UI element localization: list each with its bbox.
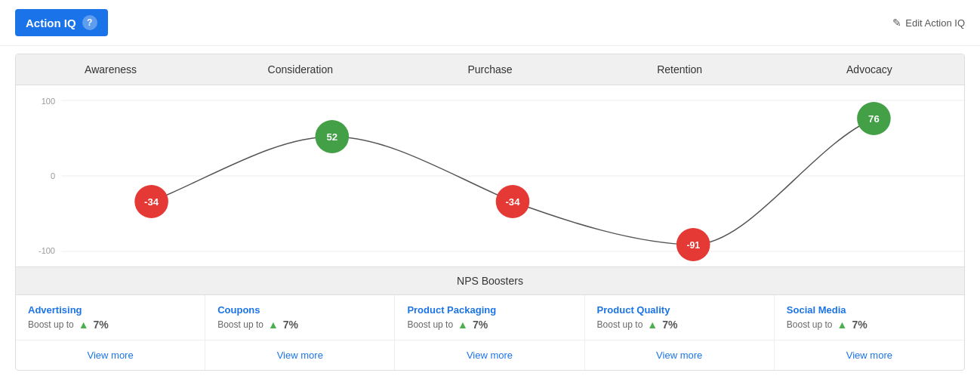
nps-boosters-header: NPS Boosters <box>16 266 964 294</box>
edit-icon: ✎ <box>892 17 901 29</box>
boost-row-advertising: Boost up to ▲ 7% <box>28 319 193 331</box>
value-purchase: -34 <box>505 196 520 208</box>
value-retention: -91 <box>686 240 700 251</box>
y-label-neg100: -100 <box>16 246 61 255</box>
booster-coupons: Coupons Boost up to ▲ 7% <box>205 295 395 340</box>
stage-retention: Retention <box>585 54 775 85</box>
stage-awareness: Awareness <box>16 54 205 85</box>
boosters-grid: Advertising Boost up to ▲ 7% Coupons Boo… <box>16 294 964 340</box>
value-awareness: -34 <box>144 196 159 208</box>
booster-product-packaging: Product Packaging Boost up to ▲ 7% <box>395 295 584 340</box>
boost-label-coupons: Boost up to <box>217 319 263 330</box>
y-label-0: 0 <box>16 171 61 180</box>
boost-arrow-coupons: ▲ <box>268 319 279 331</box>
booster-name-product-packaging: Product Packaging <box>407 304 572 316</box>
y-label-100: 100 <box>16 97 61 106</box>
booster-advertising: Advertising Boost up to ▲ 7% <box>16 295 205 340</box>
chart-svg: -34 52 -34 -91 76 <box>61 85 964 266</box>
boost-value-social-media: 7% <box>852 319 867 331</box>
boost-row-social-media: Boost up to ▲ 7% <box>787 319 952 331</box>
view-more-row: View more View more View more View more … <box>16 340 964 370</box>
stage-purchase: Purchase <box>395 54 584 85</box>
boost-value-coupons: 7% <box>283 319 298 331</box>
boost-label-advertising: Boost up to <box>28 319 74 330</box>
view-more-link-awareness[interactable]: View more <box>88 350 134 361</box>
nps-boosters-label: NPS Boosters <box>457 275 523 287</box>
booster-name-coupons: Coupons <box>217 304 382 316</box>
booster-social-media: Social Media Boost up to ▲ 7% <box>775 295 964 340</box>
boost-value-product-packaging: 7% <box>473 319 488 331</box>
boost-label-product-quality: Boost up to <box>597 319 643 330</box>
help-icon[interactable]: ? <box>82 15 97 30</box>
boost-arrow-advertising: ▲ <box>79 319 89 331</box>
view-more-purchase[interactable]: View more <box>395 340 584 370</box>
value-consideration: 52 <box>326 131 337 143</box>
stage-consideration: Consideration <box>205 54 395 85</box>
stage-headers: Awareness Consideration Purchase Retenti… <box>16 54 964 85</box>
action-iq-label: Action IQ <box>26 17 76 29</box>
boost-value-product-quality: 7% <box>662 319 677 331</box>
boost-row-product-packaging: Boost up to ▲ 7% <box>407 319 572 331</box>
header: Action IQ ? ✎ Edit Action IQ <box>0 0 980 46</box>
view-more-link-advocacy[interactable]: View more <box>846 350 892 361</box>
booster-product-quality: Product Quality Boost up to ▲ 7% <box>585 295 775 340</box>
boost-row-coupons: Boost up to ▲ 7% <box>217 319 382 331</box>
booster-name-product-quality: Product Quality <box>597 304 762 316</box>
view-more-link-consideration[interactable]: View more <box>277 350 323 361</box>
action-iq-button[interactable]: Action IQ ? <box>15 9 108 36</box>
booster-name-social-media: Social Media <box>787 304 952 316</box>
stage-advocacy: Advocacy <box>775 54 964 85</box>
view-more-link-purchase[interactable]: View more <box>467 350 513 361</box>
boost-label-product-packaging: Boost up to <box>407 319 453 330</box>
boost-arrow-product-quality: ▲ <box>647 319 658 331</box>
edit-label: Edit Action IQ <box>905 17 965 29</box>
view-more-advocacy[interactable]: View more <box>775 340 964 370</box>
chart-wrapper: Awareness Consideration Purchase Retenti… <box>15 54 965 371</box>
view-more-retention[interactable]: View more <box>585 340 775 370</box>
boost-row-product-quality: Boost up to ▲ 7% <box>597 319 762 331</box>
boost-label-social-media: Boost up to <box>787 319 833 330</box>
view-more-consideration[interactable]: View more <box>205 340 395 370</box>
view-more-link-retention[interactable]: View more <box>656 350 702 361</box>
boost-arrow-product-packaging: ▲ <box>458 319 468 331</box>
boost-value-advertising: 7% <box>94 319 109 331</box>
boost-arrow-social-media: ▲ <box>837 319 848 331</box>
edit-action-iq-link[interactable]: ✎ Edit Action IQ <box>892 17 965 29</box>
view-more-awareness[interactable]: View more <box>16 340 205 370</box>
booster-name-advertising: Advertising <box>28 304 193 316</box>
main-content: Awareness Consideration Purchase Retenti… <box>0 54 980 382</box>
chart-area: 100 0 -100 -34 52 <box>16 85 964 266</box>
value-advocacy: 76 <box>868 113 880 125</box>
